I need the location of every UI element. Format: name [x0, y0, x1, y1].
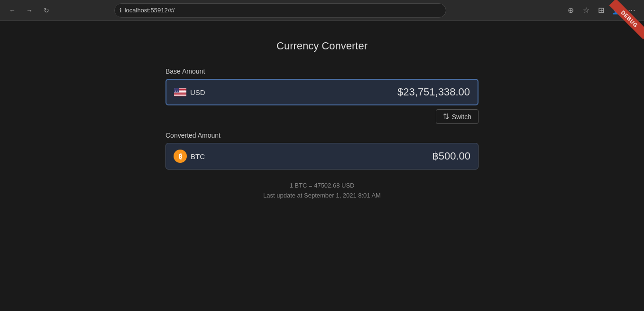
exchange-rate-line2: Last update at September 1, 2021 8:01 AM: [166, 191, 478, 201]
converter-container: Base Amount ★★★★★★: [166, 67, 478, 201]
url-text: localhost:55912/#/: [125, 7, 175, 14]
converted-currency-selector[interactable]: ₿ BTC: [174, 150, 216, 163]
base-currency-row[interactable]: ★★★★★★ USD $23,751,338.00: [166, 79, 478, 105]
extensions-button[interactable]: ⊕: [564, 4, 578, 17]
svg-rect-5: [174, 94, 186, 94]
converted-currency-code: BTC: [191, 152, 205, 160]
favorites-button[interactable]: ☆: [580, 4, 593, 17]
us-flag-icon: ★★★★★★: [174, 88, 186, 96]
switch-row: ⇅ Switch: [166, 109, 478, 124]
app-content: Currency Converter Base Amount: [0, 21, 644, 220]
reload-button[interactable]: ↻: [40, 4, 53, 17]
address-bar[interactable]: ℹ localhost:55912/#/: [114, 3, 446, 18]
forward-button[interactable]: →: [23, 4, 36, 17]
svg-rect-6: [174, 95, 186, 95]
converted-currency-row[interactable]: ₿ BTC ฿500.00: [166, 143, 478, 170]
exchange-info: 1 BTC = 47502.68 USD Last update at Sept…: [166, 181, 478, 201]
converted-amount: ฿500.00: [432, 150, 470, 162]
browser-chrome: ← → ↻ ℹ localhost:55912/#/ ⊕ ☆ ⊞ 👤 ⋯: [0, 0, 644, 21]
switch-button[interactable]: ⇅ Switch: [436, 109, 478, 124]
switch-label: Switch: [452, 113, 471, 121]
base-amount: $23,751,338.00: [397, 86, 470, 98]
base-currency-code: USD: [190, 88, 205, 96]
page-title: Currency Converter: [276, 40, 368, 52]
converted-section-label: Converted Amount: [166, 132, 478, 139]
btc-icon: ₿: [174, 150, 187, 163]
base-section-label: Base Amount: [166, 67, 478, 75]
switch-icon: ⇅: [443, 112, 449, 121]
info-icon: ℹ: [120, 7, 122, 14]
svg-text:★★★★★★: ★★★★★★: [175, 90, 186, 92]
collections-button[interactable]: ⊞: [595, 4, 608, 17]
back-button[interactable]: ←: [6, 4, 19, 17]
base-currency-selector[interactable]: ★★★★★★ USD: [174, 88, 217, 96]
exchange-rate-line1: 1 BTC = 47502.68 USD: [166, 181, 478, 191]
svg-rect-4: [174, 93, 186, 93]
